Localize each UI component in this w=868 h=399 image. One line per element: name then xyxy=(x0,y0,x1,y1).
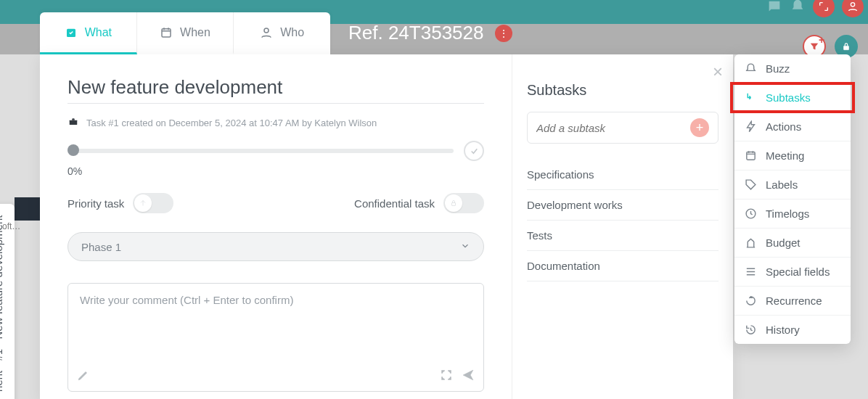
task-meta: Task #1 created on December 5, 2024 at 1… xyxy=(67,117,484,129)
menu-timelogs[interactable]: Timelogs xyxy=(734,200,851,229)
add-subtask-input[interactable] xyxy=(536,122,674,134)
tab-when-label: When xyxy=(180,26,210,39)
task-reference-text: Ref. 24T353528 xyxy=(348,22,483,44)
task-menu-button[interactable]: ⋮ xyxy=(495,25,512,42)
svg-rect-5 xyxy=(70,120,78,125)
vertical-task-tab[interactable]: nent - #1 - New feature development xyxy=(0,204,15,399)
add-subtask-button[interactable]: + xyxy=(690,118,709,137)
tab-who[interactable]: Who xyxy=(234,12,330,54)
briefcase-icon xyxy=(67,117,79,129)
tab-what-label: What xyxy=(85,26,112,39)
menu-labels[interactable]: Labels xyxy=(734,170,851,200)
menu-subtasks[interactable]: Subtasks xyxy=(734,83,851,112)
menu-timelogs-label: Timelogs xyxy=(766,207,809,220)
svg-point-4 xyxy=(264,28,269,33)
task-meta-text: Task #1 created on December 5, 2024 at 1… xyxy=(86,118,377,128)
comment-input[interactable]: Write your comment (Ctrl + Enter to conf… xyxy=(67,283,484,392)
subtask-item[interactable]: Specifications xyxy=(527,160,718,190)
truncated-background-text: oft… xyxy=(2,221,20,231)
menu-specialfields[interactable]: Special fields xyxy=(734,258,851,287)
task-reference: Ref. 24T353528 ⋮ xyxy=(348,22,512,44)
subtask-item[interactable]: Development works xyxy=(527,190,718,221)
phase-select[interactable]: Phase 1 xyxy=(67,232,484,261)
menu-meeting[interactable]: Meeting xyxy=(734,141,851,170)
menu-budget-label: Budget xyxy=(766,236,801,249)
menu-buzz-label: Buzz xyxy=(766,62,790,75)
notifications-icon[interactable] xyxy=(790,0,806,15)
edit-icon[interactable] xyxy=(77,369,90,384)
add-subtask-row: + xyxy=(527,112,718,144)
menu-meeting-label: Meeting xyxy=(766,149,804,162)
menu-actions[interactable]: Actions xyxy=(734,112,851,141)
phase-value: Phase 1 xyxy=(81,241,121,253)
menu-history[interactable]: History xyxy=(734,316,851,344)
confidential-label: Confidential task xyxy=(354,197,435,210)
menu-recurrence[interactable]: Recurrence xyxy=(734,287,851,316)
task-title[interactable]: New feature development xyxy=(67,76,484,99)
user-avatar-button[interactable] xyxy=(842,0,864,17)
task-card: New feature development Task #1 created … xyxy=(40,54,733,399)
menu-specialfields-label: Special fields xyxy=(766,266,830,278)
svg-rect-3 xyxy=(162,28,171,36)
send-icon[interactable] xyxy=(462,369,475,384)
subtask-item[interactable]: Documentation xyxy=(527,251,718,281)
confidential-toggle[interactable] xyxy=(443,193,484,213)
progress-percent: 0% xyxy=(67,165,484,177)
complete-check-button[interactable] xyxy=(464,141,484,161)
svg-rect-6 xyxy=(452,203,456,206)
menu-subtasks-label: Subtasks xyxy=(766,91,811,104)
menu-budget[interactable]: Budget xyxy=(734,229,851,258)
close-button[interactable]: × xyxy=(713,62,723,82)
priority-label: Priority task xyxy=(67,197,124,210)
menu-labels-label: Labels xyxy=(766,178,798,191)
comment-placeholder: Write your comment (Ctrl + Enter to conf… xyxy=(80,294,293,306)
menu-buzz[interactable]: Buzz xyxy=(734,54,851,83)
menu-actions-label: Actions xyxy=(766,120,801,133)
chat-icon[interactable] xyxy=(766,0,782,15)
menu-recurrence-label: Recurrence xyxy=(766,295,822,307)
subtasks-heading: Subtasks xyxy=(527,82,718,99)
fullscreen-icon[interactable] xyxy=(440,369,453,384)
divider xyxy=(67,103,484,104)
tab-what[interactable]: What xyxy=(40,12,137,54)
side-menu: Buzz Subtasks Actions Meeting Labels Tim… xyxy=(734,54,851,344)
tab-who-label: Who xyxy=(280,26,304,39)
subtask-list: Specifications Development works Tests D… xyxy=(527,160,718,281)
svg-point-0 xyxy=(851,3,854,7)
chevron-down-icon xyxy=(460,241,470,253)
menu-history-label: History xyxy=(766,324,800,336)
subtask-item[interactable]: Tests xyxy=(527,221,718,251)
priority-toggle[interactable] xyxy=(133,193,173,213)
tab-when[interactable]: When xyxy=(137,12,234,54)
svg-rect-1 xyxy=(844,46,849,49)
expand-button[interactable] xyxy=(813,0,835,17)
svg-rect-7 xyxy=(747,152,755,160)
detail-tabs: What When Who xyxy=(40,12,330,54)
progress-slider[interactable] xyxy=(67,147,454,155)
